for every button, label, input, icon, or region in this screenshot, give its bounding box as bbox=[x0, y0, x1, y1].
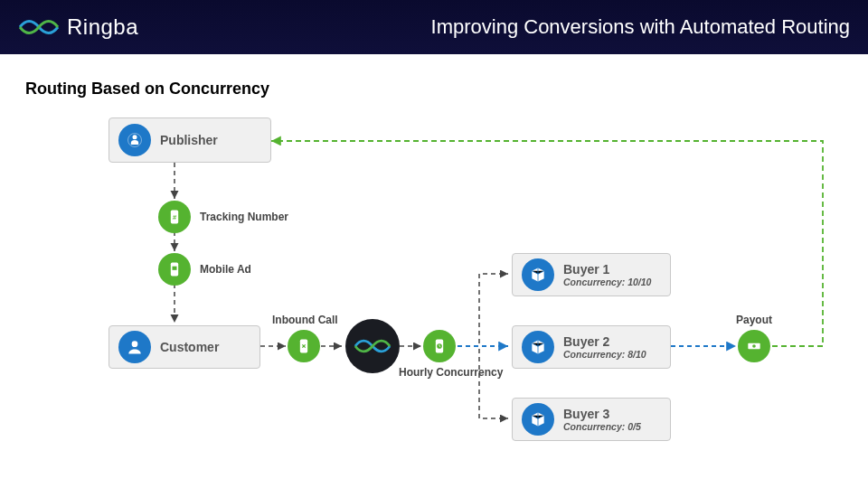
mobile-ad-label: Mobile Ad bbox=[200, 263, 251, 276]
svg-point-14 bbox=[132, 341, 138, 347]
buyer-1-node: Buyer 1 Concurrency: 10/10 bbox=[512, 253, 671, 296]
ringba-platform-node bbox=[345, 319, 400, 373]
svg-point-19 bbox=[752, 344, 756, 348]
customer-node: Customer bbox=[108, 325, 260, 369]
section-heading: Routing Based on Concurrency bbox=[25, 80, 269, 99]
box-icon bbox=[522, 403, 554, 436]
inbound-call-node: Inbound Call bbox=[288, 330, 320, 362]
buyer-2-node: Buyer 2 Concurrency: 8/10 bbox=[512, 325, 671, 369]
header-bar: Ringba Improving Conversions with Automa… bbox=[0, 0, 868, 54]
svg-point-8 bbox=[133, 135, 137, 139]
inbound-call-label: Inbound Call bbox=[272, 314, 335, 326]
hourly-concurrency-node: Hourly Concurrency bbox=[423, 330, 456, 362]
buyer-1-label: Buyer 1 bbox=[563, 262, 651, 277]
buyer-3-label: Buyer 3 bbox=[563, 407, 641, 421]
publisher-label: Publisher bbox=[160, 133, 218, 147]
phone-hash-icon: # bbox=[158, 201, 191, 233]
ringba-wave-icon bbox=[354, 333, 392, 359]
phone-ad-icon bbox=[158, 253, 191, 286]
svg-rect-13 bbox=[173, 267, 177, 270]
tracking-number-node: # Tracking Number bbox=[158, 201, 288, 233]
person-pin-icon bbox=[118, 124, 151, 156]
box-icon bbox=[522, 258, 554, 291]
buyer-3-node: Buyer 3 Concurrency: 0/5 bbox=[512, 398, 671, 441]
mobile-ad-node: Mobile Ad bbox=[158, 253, 251, 286]
tracking-number-label: Tracking Number bbox=[200, 211, 288, 223]
buyer-1-concurrency: Concurrency: 10/10 bbox=[563, 277, 651, 288]
ringba-wave-icon bbox=[18, 14, 60, 41]
user-icon bbox=[118, 331, 151, 363]
phone-clock-icon bbox=[423, 330, 456, 362]
money-icon bbox=[738, 330, 770, 362]
box-icon bbox=[522, 331, 554, 363]
payout-node: Payout bbox=[738, 330, 770, 362]
phone-call-icon bbox=[288, 330, 320, 362]
buyer-2-label: Buyer 2 bbox=[563, 334, 646, 349]
connectors bbox=[0, 0, 868, 488]
buyer-3-concurrency: Concurrency: 0/5 bbox=[563, 421, 641, 433]
buyer-2-concurrency: Concurrency: 8/10 bbox=[563, 349, 646, 361]
hourly-concurrency-label: Hourly Concurrency bbox=[399, 366, 480, 379]
brand-name: Ringba bbox=[67, 14, 138, 40]
page-title: Improving Conversions with Automated Rou… bbox=[431, 15, 850, 39]
brand-logo: Ringba bbox=[18, 14, 138, 41]
payout-label: Payout bbox=[722, 314, 786, 326]
customer-label: Customer bbox=[160, 340, 219, 354]
publisher-node: Publisher bbox=[108, 117, 271, 163]
